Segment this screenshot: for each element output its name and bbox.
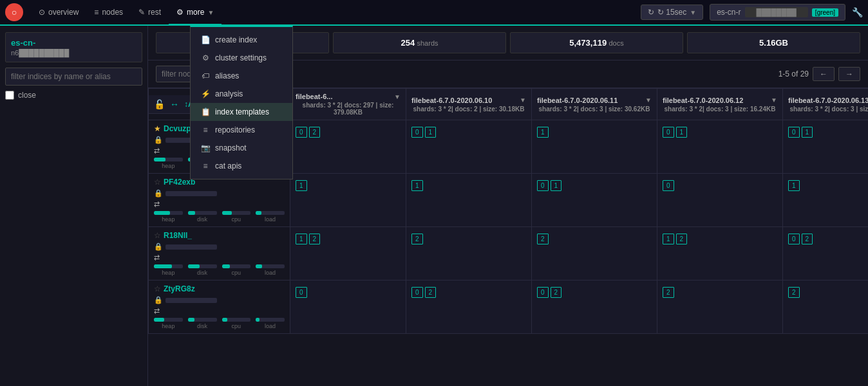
refresh-chevron-icon: ▼ xyxy=(690,9,696,16)
dropdown-repositories[interactable]: ≡ repositories xyxy=(191,121,292,139)
refresh-button[interactable]: ↻ ↻ 15sec ▼ xyxy=(641,5,703,20)
table-row: ☆ R18NII_ 🔒 ⇄ heap disk cpu xyxy=(149,227,869,280)
close-indices-row: close xyxy=(5,91,142,100)
col-chevron-icon-2[interactable]: ▼ xyxy=(645,96,652,104)
table-row: ☆ ZtyRG8z 🔒 ⇄ heap disk cpu xyxy=(149,280,869,334)
more-chevron-icon: ▼ xyxy=(207,9,214,16)
cluster-info-panel: es-cn- n6██████████ xyxy=(5,32,142,62)
node-star-icon[interactable]: ☆ xyxy=(154,178,161,187)
sidebar: es-cn- n6██████████ close xyxy=(0,26,148,386)
node-star-icon[interactable]: ★ xyxy=(154,124,161,133)
node-star-icon[interactable]: ☆ xyxy=(154,284,161,293)
shard-badge[interactable]: 2 xyxy=(551,287,562,298)
index-templates-icon: 📋 xyxy=(201,107,210,116)
shard-badge[interactable]: 1 xyxy=(296,234,307,244)
col-chevron-icon-3[interactable]: ▼ xyxy=(771,96,777,104)
shard-cell-PF42exb-4: 1 xyxy=(783,174,869,227)
col-chevron-icon-0[interactable]: ▼ xyxy=(394,93,401,100)
node-id-redacted xyxy=(165,191,217,196)
shard-cell-ZtyRG8z-1: 02 xyxy=(406,280,532,334)
col-filebeat-6-12: filebeat-6.7.0-2020.06.12 ▼ shards: 3 * … xyxy=(657,89,783,120)
load-metric: load xyxy=(256,211,285,223)
shard-badge[interactable]: 1 xyxy=(551,180,562,191)
lock-sort-icon[interactable]: 🔓 xyxy=(154,99,165,109)
cluster-name-badge: es-cn-r ████████ [green] xyxy=(710,4,845,21)
dropdown-cluster-settings[interactable]: ⚙ cluster settings xyxy=(191,49,292,67)
shard-badge[interactable]: 2 xyxy=(309,127,321,138)
cluster-status-badge: [green] xyxy=(812,8,838,17)
dropdown-index-templates[interactable]: 📋 index templates xyxy=(191,103,292,121)
shard-badge[interactable]: 2 xyxy=(788,287,800,298)
col-filebeat-6-11: filebeat-6.7.0-2020.06.11 ▼ shards: 3 * … xyxy=(532,89,657,120)
nav-more[interactable]: ⚙ more ▼ xyxy=(169,1,222,25)
nav-overview[interactable]: ⊙ overview xyxy=(31,1,86,25)
shard-badge[interactable]: 2 xyxy=(663,287,674,298)
shard-badge[interactable]: 0 xyxy=(537,287,549,298)
node-lock-icon: 🔒 xyxy=(154,136,163,144)
close-checkbox[interactable] xyxy=(5,91,14,100)
shard-badge[interactable]: 0 xyxy=(788,127,800,138)
shard-cell-DcvuzpX-0: 02 xyxy=(290,120,406,174)
node-id-redacted xyxy=(165,298,217,303)
shard-badge[interactable]: 0 xyxy=(296,127,307,138)
shard-cell-DcvuzpX-3: 01 xyxy=(657,120,783,174)
shard-cell-ZtyRG8z-3: 2 xyxy=(657,280,783,334)
col-chevron-icon-1[interactable]: ▼ xyxy=(520,96,526,104)
rest-icon: ✎ xyxy=(138,8,145,17)
node-star-icon[interactable]: ☆ xyxy=(154,231,161,240)
node-cell-PF42exb: ☆ PF42exb 🔒 ⇄ heap disk cpu xyxy=(149,174,290,227)
shard-badge[interactable]: 0 xyxy=(663,127,674,138)
shard-badge[interactable]: 2 xyxy=(309,234,321,244)
shard-cell-R18NII_-3: 12 xyxy=(657,227,783,280)
load-metric: load xyxy=(256,264,285,276)
shard-badge[interactable]: 2 xyxy=(802,234,813,244)
shard-badge[interactable]: 2 xyxy=(411,234,423,244)
shard-cell-R18NII_-4: 02 xyxy=(783,227,869,280)
dropdown-create-index[interactable]: 📄 create index xyxy=(191,31,292,49)
node-cell-R18NII_: ☆ R18NII_ 🔒 ⇄ heap disk cpu xyxy=(149,227,290,280)
topnav-right: ↻ ↻ 15sec ▼ es-cn-r ████████ [green] 🔧 xyxy=(641,4,863,21)
disk-metric: disk xyxy=(188,318,217,329)
shard-badge[interactable]: 1 xyxy=(537,127,549,138)
shard-badge[interactable]: 2 xyxy=(425,287,437,298)
shard-badge[interactable]: 1 xyxy=(411,180,423,191)
cat-apis-icon: ≡ xyxy=(201,161,210,170)
shard-cell-ZtyRG8z-4: 2 xyxy=(783,280,869,334)
shard-badge[interactable]: 1 xyxy=(296,180,307,191)
shard-badge[interactable]: 1 xyxy=(788,180,800,191)
node-sync-icon: ⇄ xyxy=(154,307,160,315)
filter-indices-input[interactable] xyxy=(5,68,142,86)
shard-badge[interactable]: 0 xyxy=(788,234,800,244)
main-layout: es-cn- n6██████████ close 62 indices 254… xyxy=(0,26,868,386)
disk-metric: disk xyxy=(188,211,217,223)
shard-badge[interactable]: 0 xyxy=(296,287,307,298)
dropdown-snapshot[interactable]: 📷 snapshot xyxy=(191,139,292,157)
shard-badge[interactable]: 1 xyxy=(663,234,674,244)
shard-badge[interactable]: 1 xyxy=(425,127,437,138)
prev-page-button[interactable]: ← xyxy=(813,67,835,81)
app-logo[interactable]: ○ xyxy=(5,3,23,21)
shard-badge[interactable]: 2 xyxy=(537,234,549,244)
shard-badge[interactable]: 1 xyxy=(676,127,688,138)
expand-sort-icon[interactable]: ↔ xyxy=(170,99,179,109)
shard-badge[interactable]: 1 xyxy=(802,127,813,138)
stat-shards: 254 shards xyxy=(333,32,506,53)
dropdown-aliases[interactable]: 🏷 aliases xyxy=(191,67,292,85)
shard-badge[interactable]: 0 xyxy=(537,180,549,191)
cpu-metric: cpu xyxy=(222,211,251,223)
dropdown-analysis[interactable]: ⚡ analysis xyxy=(191,85,292,103)
dropdown-cat-apis[interactable]: ≡ cat apis xyxy=(191,157,292,175)
shard-badge[interactable]: 2 xyxy=(676,234,688,244)
node-lock-icon: 🔒 xyxy=(154,189,163,198)
nav-rest[interactable]: ✎ rest xyxy=(131,1,169,25)
cluster-settings-icon: ⚙ xyxy=(201,53,210,62)
refresh-icon: ↻ xyxy=(648,8,654,17)
shard-cell-PF42exb-2: 01 xyxy=(532,174,657,227)
next-page-button[interactable]: → xyxy=(838,67,860,81)
shard-badge[interactable]: 0 xyxy=(663,180,674,191)
nav-nodes[interactable]: ≡ nodes xyxy=(86,1,131,25)
shard-badge[interactable]: 0 xyxy=(411,127,423,138)
settings-wrench-icon[interactable]: 🔧 xyxy=(852,7,863,17)
shard-badge[interactable]: 0 xyxy=(411,287,423,298)
shard-cell-R18NII_-2: 2 xyxy=(532,227,657,280)
